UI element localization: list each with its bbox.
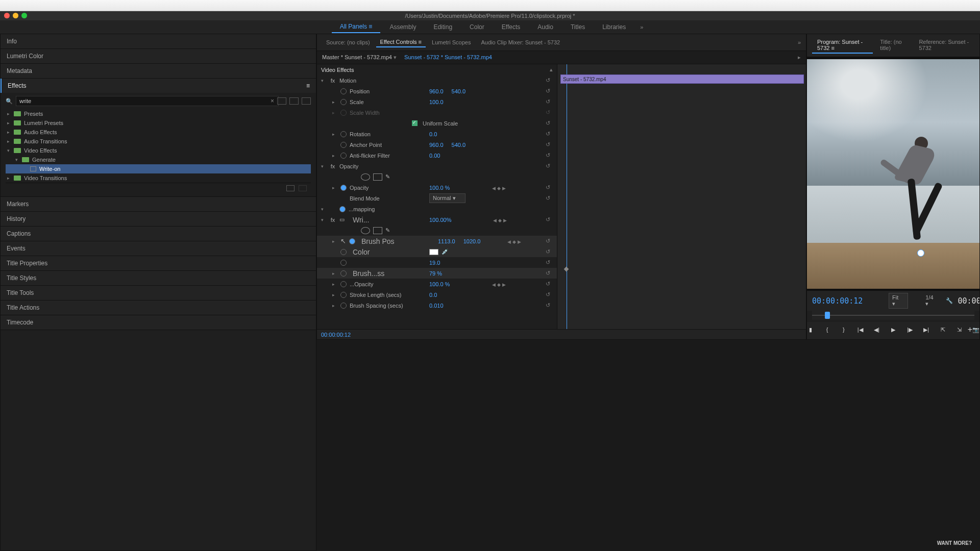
program-tc-current[interactable]: 00:00:00:12 — [812, 296, 884, 306]
prop-uniform-scale[interactable]: Uniform Scale ↺ — [317, 118, 557, 129]
prop-brush-hardness[interactable]: ▸ Brush...ss 79 % ↺ — [317, 268, 557, 279]
effects-search-input[interactable] — [16, 96, 279, 106]
panel-info[interactable]: Info — [1, 34, 316, 48]
effect-item[interactable]: Write-on — [6, 164, 311, 173]
panel-effects[interactable]: Effects≡ — [1, 79, 316, 93]
keyframe-icon[interactable] — [564, 267, 569, 272]
ec-master-clip[interactable]: Master * Sunset - 5732.mp4 — [322, 54, 392, 60]
filter-32-icon[interactable] — [289, 97, 299, 105]
prop-brush-spacing[interactable]: ▸ Brush Spacing (secs) 0.010 ↺ — [317, 300, 557, 311]
resolution-select[interactable]: 1/4 ▾ — [918, 294, 940, 307]
panel-metadata[interactable]: Metadata — [1, 64, 316, 78]
prop-blend-mode[interactable]: Blend Mode Normal ▾ ↺ — [317, 193, 557, 204]
prop-brush-opacity[interactable]: ▸ ...Opacity 100.0 % ◀◆▶ ↺ — [317, 279, 557, 289]
close-button[interactable] — [4, 13, 10, 18]
prop-position[interactable]: Position 960.0 540.0 ↺ — [317, 86, 557, 96]
rect-mask-icon[interactable] — [373, 173, 382, 181]
ec-mini-timeline[interactable]: Sunset - 5732.mp4 — [557, 64, 806, 329]
prop-stroke-length[interactable]: ▸ Stroke Length (secs) 0.0 ↺ — [317, 289, 557, 300]
go-to-out-button[interactable]: ▶| — [923, 325, 930, 334]
zoom-select[interactable]: Fit ▾ — [889, 293, 908, 309]
panel-captions[interactable]: Captions — [1, 227, 316, 241]
panel-history[interactable]: History — [1, 212, 316, 226]
ec-timecode[interactable]: 00:00:00:12 — [317, 329, 806, 339]
lift-button[interactable]: ⇱ — [939, 325, 946, 334]
extract-button[interactable]: ⇲ — [955, 325, 963, 334]
effect-folder[interactable]: ▸Audio Effects — [6, 128, 311, 137]
ellipse-mask-icon[interactable] — [361, 173, 370, 181]
panel-title-actions[interactable]: Title Actions — [1, 300, 316, 315]
workspace-overflow[interactable]: » — [635, 24, 648, 30]
tab-lumetri-scopes[interactable]: Lumetri Scopes — [428, 38, 475, 47]
tab-program[interactable]: Program: Sunset - 5732 ≡ — [812, 37, 873, 54]
prop-rotation[interactable]: ▸ Rotation 0.0 ↺ — [317, 129, 557, 139]
export-frame-button[interactable]: 📷 — [972, 325, 979, 334]
panel-title-styles[interactable]: Title Styles — [1, 271, 316, 285]
workspace-tab[interactable]: All Panels ≡ — [332, 21, 381, 33]
panel-events[interactable]: Events — [1, 241, 316, 256]
effect-folder[interactable]: ▾Generate — [6, 155, 311, 164]
playhead-icon[interactable] — [825, 312, 830, 319]
workspace-tab[interactable]: Color — [461, 21, 493, 33]
ec-sequence-clip[interactable]: Sunset - 5732 * Sunset - 5732.mp4 — [404, 54, 492, 60]
ec-clip-bar[interactable]: Sunset - 5732.mp4 — [560, 74, 804, 84]
panel-timecode[interactable]: Timecode — [1, 315, 316, 330]
workspace-tab[interactable]: Audio — [529, 21, 561, 33]
tab-audio-mixer[interactable]: Audio Clip Mixer: Sunset - 5732 — [477, 38, 564, 47]
mark-out-button[interactable]: { — [823, 325, 830, 334]
step-forward-button[interactable]: |▶ — [906, 325, 913, 334]
effect-folder[interactable]: ▸Video Transitions — [6, 173, 311, 183]
fx-timeremap[interactable]: ▾ ...mapping — [317, 204, 557, 214]
prop-brush-position[interactable]: ▸ ↖ Brush Pos 1113.0 1020.0 ◀◆▶ ↺ — [317, 236, 557, 246]
pen-mask-icon[interactable]: ✎ — [385, 227, 395, 234]
prop-color[interactable]: Color 💉 ↺ — [317, 246, 557, 257]
filter-accel-icon[interactable] — [277, 97, 286, 105]
fx-motion[interactable]: ▾fx Motion ↺ — [317, 75, 557, 86]
settings-icon[interactable]: 🔧 — [946, 297, 953, 304]
tab-source[interactable]: Source: (no clips) — [322, 38, 374, 47]
minimize-button[interactable] — [13, 13, 18, 18]
workspace-tab[interactable]: Libraries — [594, 21, 634, 33]
fx-opacity[interactable]: ▾fx Opacity ↺ — [317, 161, 557, 171]
workspace-tab[interactable]: Editing — [425, 21, 460, 33]
program-scrubber[interactable] — [812, 311, 974, 320]
new-bin-button[interactable] — [286, 185, 295, 191]
step-back-button[interactable]: ◀| — [873, 325, 880, 334]
panel-lumetri[interactable]: Lumetri Color — [1, 49, 316, 63]
effect-folder[interactable]: ▾Video Effects — [6, 146, 311, 155]
prop-anchor[interactable]: Anchor Point 960.0 540.0 ↺ — [317, 139, 557, 150]
prop-scale[interactable]: ▸ Scale 100.0 ↺ — [317, 96, 557, 107]
tab-reference[interactable]: Reference: Sunset - 5732 — [914, 37, 974, 54]
workspace-tab[interactable]: Assembly — [381, 21, 424, 33]
effect-folder[interactable]: ▸Lumetri Presets — [6, 118, 311, 128]
effect-folder[interactable]: ▸Presets — [6, 109, 311, 118]
play-button[interactable]: ▶ — [890, 325, 897, 334]
clear-search-button[interactable]: × — [271, 97, 274, 105]
video-effects-header[interactable]: Video Effects▴ — [317, 64, 557, 75]
prop-opacity[interactable]: ▸ Opacity 100.0 % ◀◆▶ ↺ — [317, 182, 557, 193]
panel-overflow[interactable]: » — [798, 39, 801, 45]
mark-clip-button[interactable]: } — [840, 325, 847, 334]
workspace-tab[interactable]: Effects — [494, 21, 528, 33]
checkbox-icon[interactable] — [412, 120, 418, 126]
blend-mode-select[interactable]: Normal ▾ — [429, 193, 465, 203]
pen-mask-icon[interactable]: ✎ — [385, 173, 395, 181]
delete-button[interactable] — [299, 185, 307, 191]
tab-title[interactable]: Title: (no title) — [875, 37, 912, 54]
prop-brush-size[interactable]: 19.0 ↺ — [317, 257, 557, 268]
stopwatch-icon[interactable] — [340, 88, 347, 94]
panel-title-props[interactable]: Title Properties — [1, 256, 316, 270]
workspace-tab[interactable]: Titles — [562, 21, 593, 33]
filter-yuv-icon[interactable] — [302, 97, 311, 105]
go-to-in-button[interactable]: |◀ — [856, 325, 864, 334]
color-swatch[interactable] — [429, 249, 438, 255]
mark-in-button[interactable]: ▮ — [807, 325, 814, 334]
reset-icon[interactable]: ↺ — [546, 77, 553, 84]
eyedropper-icon[interactable]: 💉 — [442, 248, 449, 255]
brush-position-handle[interactable] — [917, 249, 924, 257]
rect-mask-icon[interactable] — [373, 227, 382, 234]
program-viewer[interactable] — [807, 57, 979, 291]
zoom-button[interactable] — [21, 13, 27, 18]
prop-antiflicker[interactable]: ▸ Anti-flicker Filter 0.00 ↺ — [317, 150, 557, 161]
tab-effect-controls[interactable]: Effect Controls ≡ — [376, 37, 426, 47]
